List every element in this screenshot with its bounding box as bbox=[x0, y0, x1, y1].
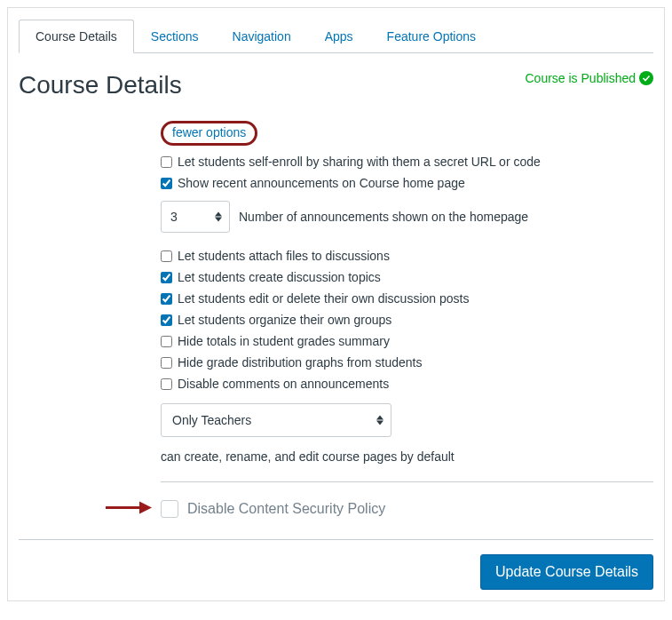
option-organize-groups[interactable]: Let students organize their own groups bbox=[161, 309, 653, 330]
option-label: Hide totals in student grades summary bbox=[178, 334, 390, 348]
option-attach-files-checkbox[interactable] bbox=[161, 250, 172, 262]
options-list-1: Let students self-enroll by sharing with… bbox=[161, 151, 653, 194]
csp-checkbox[interactable] bbox=[161, 500, 178, 518]
tab-apps[interactable]: Apps bbox=[308, 20, 370, 53]
option-show-announcements[interactable]: Show recent announcements on Course home… bbox=[161, 172, 653, 194]
publish-status-text: Course is Published bbox=[525, 71, 636, 85]
announcement-count-select[interactable]: 3 bbox=[161, 201, 230, 233]
select-caret-icon bbox=[376, 416, 383, 425]
option-organize-groups-checkbox[interactable] bbox=[161, 314, 172, 326]
fewer-options-highlight: fewer options bbox=[161, 121, 257, 146]
option-show-announcements-checkbox[interactable] bbox=[161, 178, 172, 189]
option-label: Let students edit or delete their own di… bbox=[178, 291, 469, 306]
option-hide-totals-checkbox[interactable] bbox=[161, 336, 172, 347]
option-edit-posts-checkbox[interactable] bbox=[161, 293, 172, 305]
tab-feature-options[interactable]: Feature Options bbox=[370, 20, 493, 53]
select-caret-icon bbox=[215, 212, 222, 222]
tab-navigation[interactable]: Navigation bbox=[216, 20, 308, 53]
tab-label: Feature Options bbox=[387, 29, 476, 44]
update-course-details-button[interactable]: Update Course Details bbox=[480, 554, 653, 590]
pages-role-value: Only Teachers bbox=[172, 413, 251, 427]
tab-label: Apps bbox=[325, 29, 353, 44]
option-create-topics-checkbox[interactable] bbox=[161, 272, 172, 283]
option-disable-comments-checkbox[interactable] bbox=[161, 378, 172, 390]
pages-role-row: Only Teachers bbox=[161, 403, 653, 437]
pages-role-caption: can create, rename, and edit course page… bbox=[161, 449, 653, 464]
tab-label: Sections bbox=[151, 29, 199, 44]
option-attach-files[interactable]: Let students attach files to discussions bbox=[161, 245, 653, 266]
option-hide-grade-graphs-checkbox[interactable] bbox=[161, 357, 172, 369]
course-settings-page: Course Details Sections Navigation Apps … bbox=[7, 7, 665, 601]
announcement-count-value: 3 bbox=[170, 210, 178, 224]
option-hide-grade-graphs[interactable]: Hide grade distribution graphs from stud… bbox=[161, 352, 653, 373]
tab-course-details[interactable]: Course Details bbox=[19, 20, 134, 53]
svg-marker-1 bbox=[139, 502, 152, 514]
section-divider bbox=[161, 481, 653, 482]
options-list-2: Let students attach files to discussions… bbox=[161, 245, 653, 394]
fewer-options-link[interactable]: fewer options bbox=[172, 125, 246, 139]
publish-status: Course is Published bbox=[525, 71, 653, 85]
option-label: Show recent announcements on Course home… bbox=[178, 176, 465, 190]
update-button-label: Update Course Details bbox=[495, 564, 638, 579]
option-label: Hide grade distribution graphs from stud… bbox=[178, 355, 422, 370]
announcement-count-label: Number of announcements shown on the hom… bbox=[239, 210, 528, 224]
option-label: Disable comments on announcements bbox=[178, 377, 389, 391]
option-self-enroll-checkbox[interactable] bbox=[161, 156, 172, 168]
options-section: fewer options Let students self-enroll b… bbox=[161, 121, 653, 523]
option-self-enroll[interactable]: Let students self-enroll by sharing with… bbox=[161, 151, 653, 172]
option-create-topics[interactable]: Let students create discussion topics bbox=[161, 266, 653, 288]
option-label: Let students create discussion topics bbox=[178, 270, 381, 284]
settings-tabs: Course Details Sections Navigation Apps … bbox=[19, 19, 653, 53]
option-label: Let students attach files to discussions bbox=[178, 249, 390, 263]
option-label: Let students self-enroll by sharing with… bbox=[178, 155, 541, 169]
csp-row: Disable Content Security Policy bbox=[161, 495, 653, 523]
pages-role-select[interactable]: Only Teachers bbox=[161, 403, 391, 437]
option-edit-posts[interactable]: Let students edit or delete their own di… bbox=[161, 288, 653, 309]
csp-label: Disable Content Security Policy bbox=[187, 501, 385, 517]
footer-divider bbox=[19, 539, 653, 540]
option-label: Let students organize their own groups bbox=[178, 313, 391, 327]
announcement-count-row: 3 Number of announcements shown on the h… bbox=[161, 201, 653, 233]
page-header-row: Course Details Course is Published bbox=[19, 71, 653, 99]
tab-sections[interactable]: Sections bbox=[134, 20, 216, 53]
tab-label: Navigation bbox=[233, 29, 291, 44]
page-title: Course Details bbox=[19, 71, 182, 99]
option-disable-comments[interactable]: Disable comments on announcements bbox=[161, 373, 653, 394]
arrow-right-icon bbox=[104, 500, 154, 519]
published-check-icon bbox=[639, 71, 653, 85]
footer-row: Update Course Details bbox=[19, 554, 653, 590]
option-hide-totals[interactable]: Hide totals in student grades summary bbox=[161, 330, 653, 352]
tab-label: Course Details bbox=[36, 29, 117, 44]
